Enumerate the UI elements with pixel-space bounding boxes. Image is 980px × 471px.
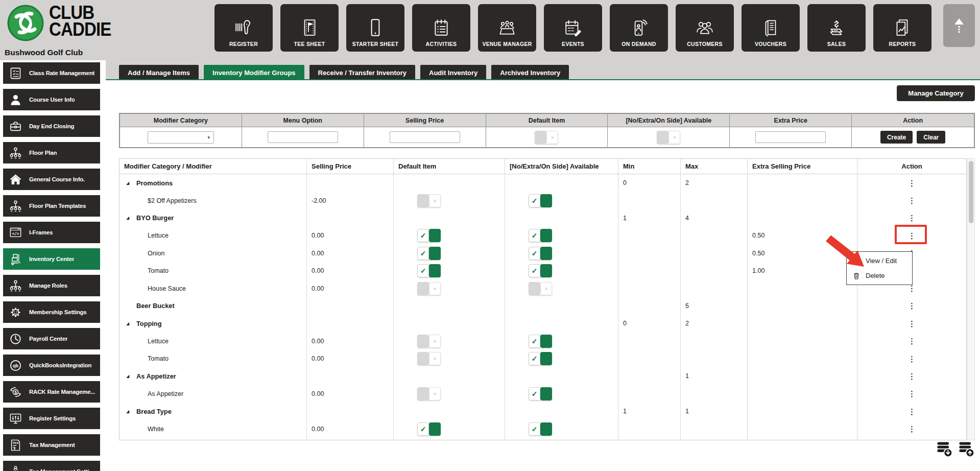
default-item-toggle[interactable]: × <box>417 194 441 207</box>
min-cell: 1 <box>618 403 681 420</box>
selling-price-filter-input[interactable] <box>390 131 460 143</box>
default-item-toggle[interactable]: ✓ <box>417 229 441 242</box>
nav-button-label: TEE SHEET <box>294 41 325 47</box>
available-filter-toggle[interactable]: × <box>657 131 680 144</box>
sidebar-item-membership-settings[interactable]: Membership Settings <box>3 301 100 323</box>
clear-button[interactable]: Clear <box>917 131 945 144</box>
row-action-menu-button[interactable]: ⋮ <box>908 408 916 415</box>
category-name: Beer Bucket <box>136 302 175 310</box>
sidebar-item-payroll-center[interactable]: Payroll Center <box>3 328 100 349</box>
row-action-menu-button[interactable]: ⋮ <box>908 302 916 310</box>
nav-button-sales[interactable]: SALES <box>807 4 866 52</box>
nav-button-events[interactable]: EVENTS <box>544 4 602 52</box>
nav-button-reports[interactable]: REPORTS <box>873 4 931 52</box>
vertical-scrollbar[interactable] <box>967 158 975 440</box>
nav-button-register[interactable]: REGISTER <box>214 4 273 52</box>
sidebar-item-rack-rate-manageme[interactable]: $RACK Rate Manageme... <box>3 381 100 403</box>
row-action-menu-button[interactable]: ⋮ <box>908 197 916 204</box>
available-toggle[interactable]: ✓ <box>529 194 552 207</box>
default-item-toggle[interactable]: ✓ <box>417 264 441 277</box>
collapse-arrow-icon[interactable]: ◢ <box>126 409 129 414</box>
default-item-toggle[interactable]: × <box>417 282 441 295</box>
tab-audit-inventory[interactable]: Audit Inventory <box>420 65 486 80</box>
modifier-category-filter-select[interactable]: ▾ <box>148 131 214 144</box>
default-item-filter-toggle[interactable]: × <box>535 131 558 144</box>
nav-button-label: SALES <box>827 41 846 47</box>
import-data-icon[interactable] <box>958 440 975 458</box>
available-toggle[interactable]: ✓ <box>529 422 552 436</box>
tab-add-manage-items[interactable]: Add / Manage Items <box>119 65 199 80</box>
available-toggle[interactable]: ✓ <box>529 440 552 440</box>
scroll-top-button[interactable] <box>943 4 975 47</box>
collapse-arrow-icon[interactable]: ◢ <box>126 374 129 379</box>
nav-button-vouchers[interactable]: VOUCHERS <box>742 4 800 52</box>
context-menu-item-delete[interactable]: Delete <box>847 268 912 283</box>
nav-button-activities[interactable]: ACTIVITIES <box>412 4 470 52</box>
export-data-icon[interactable] <box>936 440 953 458</box>
nav-button-tee-sheet[interactable]: TEE SHEET <box>280 4 339 52</box>
row-action-menu-button[interactable]: ⋮ <box>908 214 916 222</box>
default-item-toggle[interactable]: × <box>417 352 441 365</box>
selling-price-cell: 0.00 <box>307 279 394 297</box>
sidebar-item-manage-roles[interactable]: Manage Roles <box>3 275 100 296</box>
filter-column-header: [No/Extra/On Side] Available <box>608 114 730 127</box>
sidebar-item-class-rate-management[interactable]: Class Rate Management <box>3 62 100 84</box>
sidebar-item-floor-plan[interactable]: Floor Plan <box>3 142 100 163</box>
sidebar-item-register-settings[interactable]: Register Settings <box>3 408 100 429</box>
row-action-menu-button[interactable]: ⋮ <box>908 425 916 433</box>
tab-inventory-modifier-groups[interactable]: Inventory Modifier Groups <box>204 65 304 80</box>
check-icon: ✓ <box>417 247 429 260</box>
sidebar-item-course-user-info[interactable]: Course User Info <box>3 89 100 110</box>
row-action-menu-button[interactable]: ⋮ <box>908 372 916 380</box>
row-action-menu-button[interactable]: ⋮ <box>908 320 916 327</box>
collapse-arrow-icon[interactable]: ◢ <box>126 181 129 185</box>
nav-button-starter-sheet[interactable]: STARTER SHEET <box>346 4 404 52</box>
manage-category-button[interactable]: Manage Category <box>897 85 975 101</box>
available-toggle[interactable]: ✓ <box>529 335 552 348</box>
sidebar-item-tag-management-setti[interactable]: Tag Management Setti... <box>3 461 100 471</box>
sidebar-item-i-frames[interactable]: </>I-Frames <box>3 222 100 243</box>
available-toggle[interactable]: × <box>529 282 552 295</box>
row-action-menu-button[interactable]: ⋮ <box>908 285 916 292</box>
default-item-toggle[interactable]: × <box>417 335 441 348</box>
available-toggle[interactable]: ✓ <box>529 229 552 242</box>
create-button[interactable]: Create <box>880 131 913 144</box>
check-icon: ✓ <box>529 422 540 436</box>
sidebar-item-label: Manage Roles <box>29 282 67 289</box>
toggle-left <box>417 335 429 348</box>
sidebar-item-floor-plan-templates[interactable]: Floor Plan Templates <box>3 195 100 217</box>
sidebar-item-tax-management[interactable]: TAX$Tax Management <box>3 434 100 456</box>
sidebar-item-quickbooksintegration[interactable]: qbQuickBooksIntegration <box>3 355 100 376</box>
nav-button-venue-manager[interactable]: VENUE MANAGER <box>478 4 536 52</box>
toggle-right <box>429 247 441 260</box>
available-toggle[interactable]: ✓ <box>529 387 552 401</box>
scrollbar-thumb[interactable] <box>969 161 973 223</box>
extra-price-filter-input[interactable] <box>755 131 826 143</box>
svg-text:TAX: TAX <box>13 440 19 444</box>
tab-receive-transfer-inventory[interactable]: Receive / Transfer Inventory <box>309 65 415 80</box>
toggle-left <box>529 282 540 295</box>
sidebar-item-inventory-center[interactable]: Inventory Center <box>3 248 100 270</box>
default-item-toggle[interactable]: ✓ <box>417 440 441 440</box>
nav-button-customers[interactable]: CUSTOMERS <box>676 4 734 52</box>
tab-archived-inventory[interactable]: Archived Inventory <box>491 65 569 80</box>
collapse-arrow-icon[interactable]: ◢ <box>126 216 129 220</box>
available-toggle[interactable]: ✓ <box>529 247 552 260</box>
sidebar-item-general-course-info[interactable]: General Course Info. <box>3 169 100 190</box>
row-action-cell: ⋮ <box>857 333 966 350</box>
row-action-menu-button[interactable]: ⋮ <box>908 390 916 397</box>
menu-option-filter-input[interactable] <box>268 131 338 143</box>
nav-button-on-demand[interactable]: ON DEMAND <box>610 4 668 52</box>
row-action-menu-button[interactable]: ⋮ <box>908 179 916 187</box>
row-action-menu-button[interactable]: ⋮ <box>908 337 916 345</box>
default-item-toggle[interactable]: ✓ <box>417 422 441 436</box>
default-item-toggle[interactable]: ✓ <box>417 247 441 260</box>
available-toggle[interactable]: ✓ <box>529 264 552 277</box>
available-toggle[interactable]: ✓ <box>529 352 552 365</box>
collapse-arrow-icon[interactable]: ◢ <box>126 321 129 326</box>
nav-button-label: VENUE MANAGER <box>482 41 532 47</box>
extra-price-cell <box>748 350 857 367</box>
default-item-toggle[interactable]: × <box>417 387 441 401</box>
row-action-menu-button[interactable]: ⋮ <box>908 355 916 363</box>
sidebar-item-day-end-closing[interactable]: Day End Closing <box>3 115 100 137</box>
